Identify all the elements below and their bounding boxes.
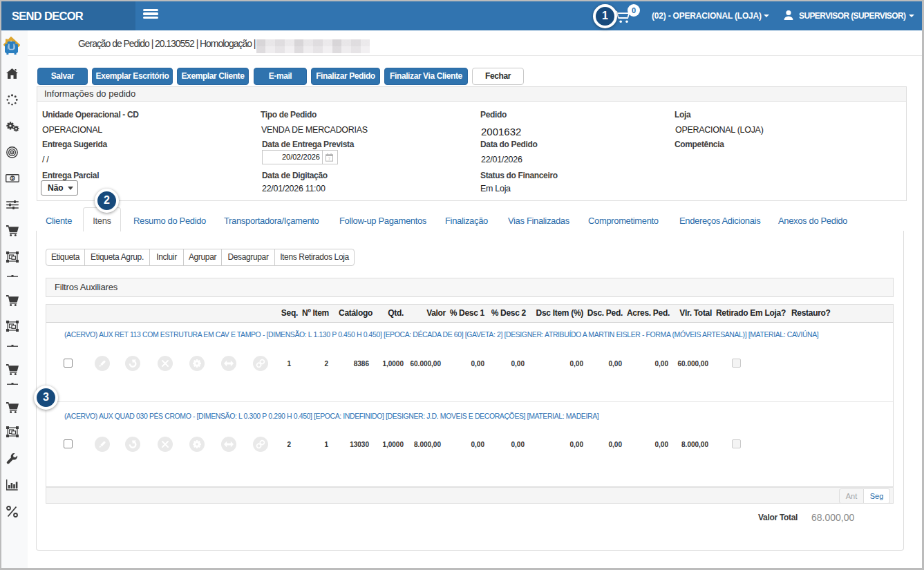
svg-text:$: $ <box>11 175 14 181</box>
svg-text:7: 7 <box>328 157 331 161</box>
